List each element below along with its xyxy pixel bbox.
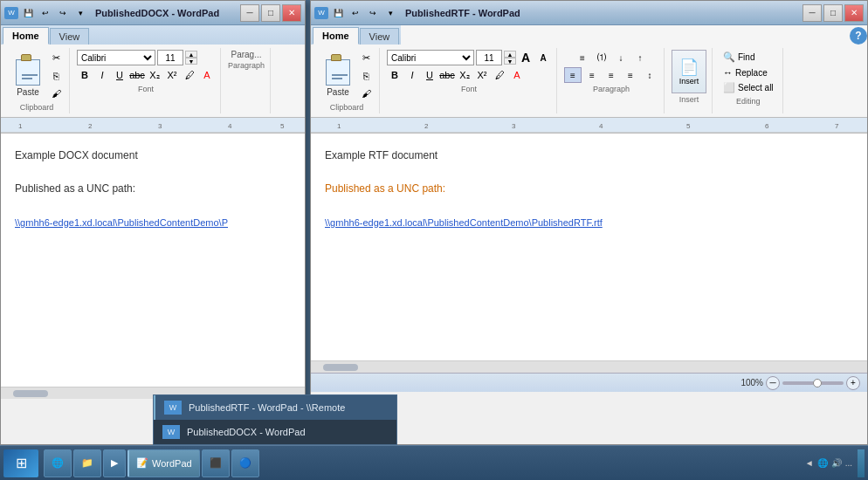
quick-redo[interactable]: ↪ — [55, 5, 71, 21]
rtf-zoom-slider[interactable] — [782, 381, 844, 385]
docx-font-name[interactable]: Calibri — [77, 50, 155, 65]
docx-format-painter[interactable]: 🖌 — [48, 86, 64, 101]
rtf-selectall-label: Select all — [738, 83, 774, 93]
rtf-scrollbar[interactable] — [311, 360, 867, 373]
rtf-zoom-out[interactable]: ─ — [766, 376, 780, 390]
ps-icon: ⬛ — [210, 457, 222, 469]
docx-copy[interactable]: ⎘ — [48, 68, 64, 84]
start-orb[interactable]: ⊞ — [3, 449, 38, 477]
rtf-zoom-in[interactable]: + — [846, 376, 860, 390]
start-icon: ⊞ — [16, 455, 27, 471]
docx-font-size[interactable] — [157, 50, 183, 65]
docx-highlight[interactable]: 🖊 — [182, 67, 197, 83]
rtf-replace-btn[interactable]: ↔ Replace — [720, 65, 777, 79]
rtf-paste-btn[interactable]: Paste — [320, 50, 356, 101]
rtf-link[interactable]: \\gmhh6-edge1.xd.local\PublishedContentD… — [325, 217, 603, 228]
show-desktop[interactable] — [858, 449, 865, 477]
taskbar-files[interactable]: 📁 — [73, 449, 101, 477]
rtf-font-name[interactable]: Calibri — [387, 50, 474, 65]
rtf-quick-save[interactable]: 💾 — [330, 5, 346, 21]
quick-undo[interactable]: ↩ — [38, 5, 53, 21]
rtf-insert-btn[interactable]: 📄 Insert — [672, 50, 706, 93]
docx-close[interactable]: ✕ — [282, 4, 301, 22]
docx-tabs: Home View — [1, 25, 305, 45]
taskbar-app[interactable]: 🔵 — [231, 449, 259, 477]
rtf-size-arrows: ▲ ▼ — [504, 51, 516, 65]
rtf-align-right[interactable]: ≡ — [603, 67, 620, 83]
docx-bold[interactable]: B — [77, 67, 93, 83]
rtf-cut[interactable]: ✂ — [358, 51, 374, 66]
rtf-scroll-thumb[interactable] — [323, 364, 358, 371]
rtf-close[interactable]: ✕ — [844, 4, 864, 22]
docx-size-down[interactable]: ▼ — [185, 58, 197, 65]
rtf-find-btn[interactable]: 🔍 Find — [720, 50, 777, 65]
rtf-zoom-handle[interactable] — [813, 379, 822, 387]
tray-network[interactable]: 🌐 — [817, 458, 828, 468]
rtf-tab-home[interactable]: Home — [313, 27, 359, 45]
tray-arrow[interactable]: ◄ — [805, 458, 814, 468]
svg-text:4: 4 — [228, 122, 232, 130]
rtf-underline[interactable]: U — [422, 67, 437, 83]
rtf-help[interactable]: ? — [850, 27, 867, 45]
rtf-align-inc[interactable]: ↑ — [631, 50, 649, 65]
rtf-align-center[interactable]: ≡ — [583, 67, 601, 83]
docx-tab-view[interactable]: View — [50, 28, 90, 45]
rtf-align-list[interactable]: ≡ — [574, 50, 591, 65]
taskbar-ie[interactable]: 🌐 — [44, 449, 72, 477]
docx-maximize[interactable]: □ — [261, 4, 280, 22]
docx-subscript[interactable]: X₂ — [147, 67, 162, 83]
rtf-align-justify[interactable]: ≡ — [622, 67, 639, 83]
rtf-align-dec[interactable]: ↓ — [612, 50, 630, 65]
quick-dropdown[interactable]: ▾ — [72, 5, 88, 21]
docx-italic[interactable]: I — [94, 67, 110, 83]
docx-cut[interactable]: ✂ — [48, 51, 64, 66]
rtf-font-shrink[interactable]: A — [535, 50, 551, 65]
rtf-size-up[interactable]: ▲ — [504, 51, 516, 58]
rtf-strikethrough[interactable]: abc — [439, 67, 455, 83]
docx-link[interactable]: \\gmhh6-edge1.xd.local\PublishedContentD… — [15, 217, 228, 228]
tray-sound[interactable]: 🔊 — [831, 458, 842, 468]
rtf-insert-label: Insert — [679, 77, 699, 86]
popup-item-docx[interactable]: W PublishedDOCX - WordPad — [154, 420, 396, 444]
rtf-tab-view[interactable]: View — [360, 28, 400, 45]
rtf-font-grow[interactable]: A — [518, 50, 534, 65]
docx-underline[interactable]: U — [112, 67, 127, 83]
docx-tab-home[interactable]: Home — [3, 27, 49, 45]
docx-superscript[interactable]: X² — [164, 67, 180, 83]
taskbar-media[interactable]: ▶ — [103, 449, 126, 477]
rtf-quick-dropdown[interactable]: ▾ — [382, 5, 398, 21]
rtf-size-down[interactable]: ▼ — [504, 58, 516, 65]
rtf-maximize[interactable]: □ — [823, 4, 843, 22]
rtf-minimize[interactable]: ─ — [803, 4, 822, 22]
quick-save[interactable]: 💾 — [20, 5, 36, 21]
rtf-quick-redo[interactable]: ↪ — [365, 5, 381, 21]
rtf-italic[interactable]: I — [404, 67, 420, 83]
docx-minimize[interactable]: ─ — [240, 4, 259, 22]
rtf-selectall-btn[interactable]: ⬜ Select all — [720, 80, 777, 95]
rtf-format-painter[interactable]: 🖌 — [358, 86, 374, 101]
rtf-bold[interactable]: B — [387, 67, 403, 83]
rtf-font-color[interactable]: A — [509, 67, 525, 83]
rtf-copy[interactable]: ⎘ — [358, 68, 374, 84]
docx-paste-btn[interactable]: Paste — [10, 50, 46, 101]
docx-cut-copy: ✂ ⎘ 🖌 — [48, 51, 64, 101]
paste-icon — [14, 54, 42, 86]
rtf-subscript[interactable]: X₂ — [457, 67, 472, 83]
docx-size-up[interactable]: ▲ — [185, 51, 197, 58]
popup-item-rtf[interactable]: W PublishedRTF - WordPad - \\Remote — [154, 395, 396, 420]
rtf-insert-group: 📄 Insert Insert — [666, 48, 713, 113]
docx-scroll-thumb[interactable] — [13, 390, 48, 397]
docx-strikethrough[interactable]: abc — [129, 67, 145, 83]
rtf-line-spacing[interactable]: ↕ — [641, 67, 658, 83]
rtf-insert-label-g: Insert — [679, 95, 699, 104]
rtf-highlight[interactable]: 🖊 — [492, 67, 507, 83]
rtf-align-num[interactable]: ⑴ — [593, 50, 610, 65]
rtf-quick-undo[interactable]: ↩ — [348, 5, 363, 21]
rtf-font-size[interactable] — [476, 50, 502, 65]
rtf-align-left[interactable]: ≡ — [564, 67, 582, 83]
taskbar-ps[interactable]: ⬛ — [202, 449, 230, 477]
rtf-zoom-control: 100% ─ + — [741, 376, 860, 390]
docx-font-color[interactable]: A — [199, 67, 215, 83]
taskbar-wordpad-active[interactable]: 📝 WordPad — [127, 449, 200, 477]
rtf-superscript[interactable]: X² — [474, 67, 490, 83]
